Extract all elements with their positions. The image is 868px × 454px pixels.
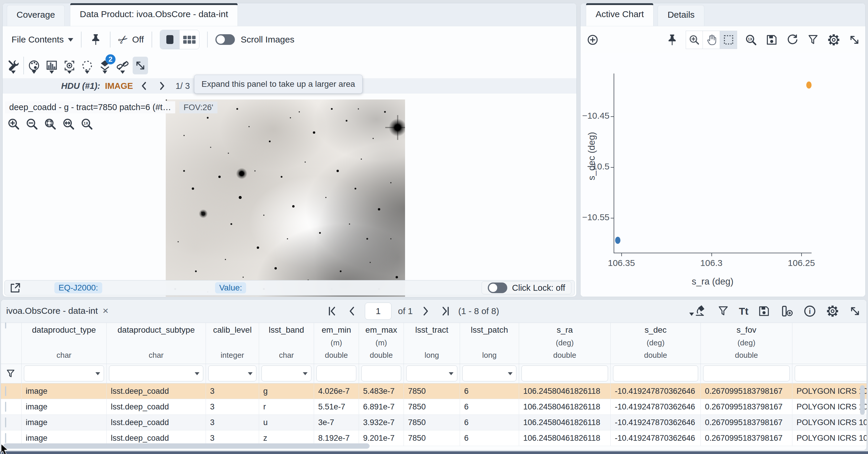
add-column-button[interactable]: [780, 304, 794, 318]
select-region-button[interactable]: [80, 57, 95, 74]
table-cell[interactable]: 106.24580461826118: [519, 430, 611, 446]
filter-input-dataproduct_type[interactable]: [24, 365, 104, 381]
filter-input-s_ra[interactable]: [522, 365, 608, 381]
table-cell[interactable]: u: [259, 415, 314, 430]
crop-toggle-button[interactable]: ✂ Off: [118, 33, 144, 46]
zoom-in-button[interactable]: [6, 117, 21, 131]
table-cell[interactable]: 6: [460, 430, 519, 446]
row-checkbox[interactable]: [5, 402, 6, 412]
tab-data-product[interactable]: Data Product: ivoa.ObsCore - data-int: [70, 3, 238, 26]
fits-image[interactable]: [166, 99, 405, 297]
color-palette-button[interactable]: [26, 57, 42, 74]
text-view-button[interactable]: Tt: [739, 305, 748, 317]
column-header-calib_level[interactable]: calib_levelinteger: [206, 323, 259, 364]
table-cell[interactable]: 6: [460, 415, 519, 430]
table-cell[interactable]: POLYGON ICRS 10: [793, 430, 867, 446]
table-cell[interactable]: g: [259, 384, 314, 399]
filter-input-s_fov[interactable]: [703, 365, 790, 381]
table-cell[interactable]: POLYGON ICRS 10: [793, 415, 867, 430]
zoom-1x-button[interactable]: 1X: [80, 117, 94, 131]
chart-restore-button[interactable]: [785, 33, 799, 46]
grid-view-button[interactable]: [180, 30, 199, 49]
chart-save-button[interactable]: [765, 33, 778, 46]
recenter-button[interactable]: [62, 57, 77, 74]
table-cell[interactable]: POLYGON ICRS 10: [793, 399, 867, 415]
chart-plot[interactable]: 106.35106.3106.25−10.45−10.5−10.55: [614, 73, 812, 253]
column-header-s_dec[interactable]: s_dec(deg)double: [611, 323, 701, 364]
table-cell[interactable]: 3: [206, 384, 259, 399]
chart-zoom-original-button[interactable]: 1X: [744, 33, 758, 46]
chart-area[interactable]: 106.35106.3106.25−10.45−10.5−10.55 s_ra …: [581, 54, 865, 297]
table-cell[interactable]: -10.419247870362646: [611, 415, 701, 430]
table-cell[interactable]: -10.419247870362646: [611, 384, 701, 399]
column-header-lsst_band[interactable]: lsst_bandchar: [259, 323, 314, 364]
table-filter-button[interactable]: [716, 304, 730, 318]
next-page-button[interactable]: [419, 305, 432, 318]
table-save-button[interactable]: [757, 304, 771, 318]
table-cell[interactable]: 106.24580461826118: [519, 384, 611, 399]
table-tab[interactable]: ivoa.ObsCore - data-int ×: [6, 305, 108, 317]
table-cell[interactable]: 6.891e-7: [359, 399, 404, 415]
stretch-histogram-button[interactable]: [44, 57, 59, 74]
table-cell[interactable]: POLYGON ICRS 10: [793, 384, 867, 399]
filter-input-em_max[interactable]: [361, 365, 401, 381]
wcs-unlock-button[interactable]: [115, 57, 130, 74]
pin-button[interactable]: [89, 33, 102, 46]
table-cell[interactable]: lsst.deep_coadd: [107, 399, 206, 415]
hdu-prev-button[interactable]: [138, 79, 151, 92]
filter-input-s_dec[interactable]: [613, 365, 698, 381]
table-inspect-button[interactable]: [693, 304, 708, 318]
chart-select-button[interactable]: [720, 31, 737, 49]
column-header-lsst_patch[interactable]: lsst_patchlong: [460, 323, 519, 364]
table-cell[interactable]: 3e-7: [314, 415, 359, 430]
table-settings-button[interactable]: [826, 304, 839, 318]
row-checkbox[interactable]: [5, 386, 6, 396]
chart-zoom-button[interactable]: [686, 31, 703, 49]
chart-expand-button[interactable]: [848, 33, 861, 46]
zoom-out-button[interactable]: [25, 117, 39, 131]
column-header-s_fov[interactable]: s_fov(deg)double: [701, 323, 793, 364]
table-cell[interactable]: image: [22, 415, 107, 430]
column-header-em_min[interactable]: em_min(m)double: [314, 323, 359, 364]
filter-input-lsst_patch[interactable]: [462, 365, 517, 381]
zoom-fit-button[interactable]: [43, 117, 58, 131]
add-chart-button[interactable]: [586, 33, 599, 46]
chart-filter-button[interactable]: [806, 33, 820, 46]
table-cell[interactable]: 7850: [404, 384, 460, 399]
column-header-em_max[interactable]: em_max(m)double: [359, 323, 404, 364]
table-cell[interactable]: 7850: [404, 415, 460, 430]
table-cell[interactable]: -10.419247870362646: [611, 430, 701, 446]
layers-button[interactable]: 2: [97, 57, 113, 74]
column-header-s_re[interactable]: s_rech: [793, 323, 867, 364]
table-cell[interactable]: 0.2670995183798167: [701, 415, 793, 430]
table-cell[interactable]: 6: [460, 399, 519, 415]
table-info-button[interactable]: i: [803, 304, 817, 318]
tab-details[interactable]: Details: [658, 5, 704, 26]
column-header-dataproduct_type[interactable]: dataproduct_typechar: [22, 323, 107, 364]
row-checkbox[interactable]: [5, 417, 6, 427]
table-cell[interactable]: 7850: [404, 430, 460, 446]
table-cell[interactable]: 3: [206, 399, 259, 415]
table-cell[interactable]: image: [22, 399, 107, 415]
column-header-dataproduct_subtype[interactable]: dataproduct_subtypechar: [107, 323, 206, 364]
table-cell[interactable]: lsst.deep_coadd: [107, 384, 206, 399]
click-lock-toggle[interactable]: [488, 283, 507, 293]
table-cell[interactable]: 5.51e-7: [314, 399, 359, 415]
horizontal-scrollbar[interactable]: [3, 443, 370, 449]
table-cell[interactable]: r: [259, 399, 314, 415]
table-cell[interactable]: 3: [206, 415, 259, 430]
table-cell[interactable]: image: [22, 384, 107, 399]
chart-point-table-points[interactable]: [615, 237, 620, 244]
table-cell[interactable]: 3.932e-7: [359, 415, 404, 430]
table-cell[interactable]: 6: [460, 384, 519, 399]
filter-input-lsst_tract[interactable]: [406, 365, 457, 381]
filter-input-lsst_band[interactable]: [261, 365, 311, 381]
filter-input-dataproduct_subtype[interactable]: [109, 365, 203, 381]
filter-input-em_min[interactable]: [316, 365, 356, 381]
file-contents-dropdown[interactable]: File Contents: [11, 35, 73, 44]
page-number-input[interactable]: [365, 302, 392, 320]
close-icon[interactable]: ×: [102, 305, 108, 317]
table-row[interactable]: imagelsst.deep_coadd3r5.51e-76.891e-7785…: [1, 399, 867, 415]
tab-active-chart[interactable]: Active Chart: [586, 3, 653, 26]
filter-input-calib_level[interactable]: [208, 365, 256, 381]
